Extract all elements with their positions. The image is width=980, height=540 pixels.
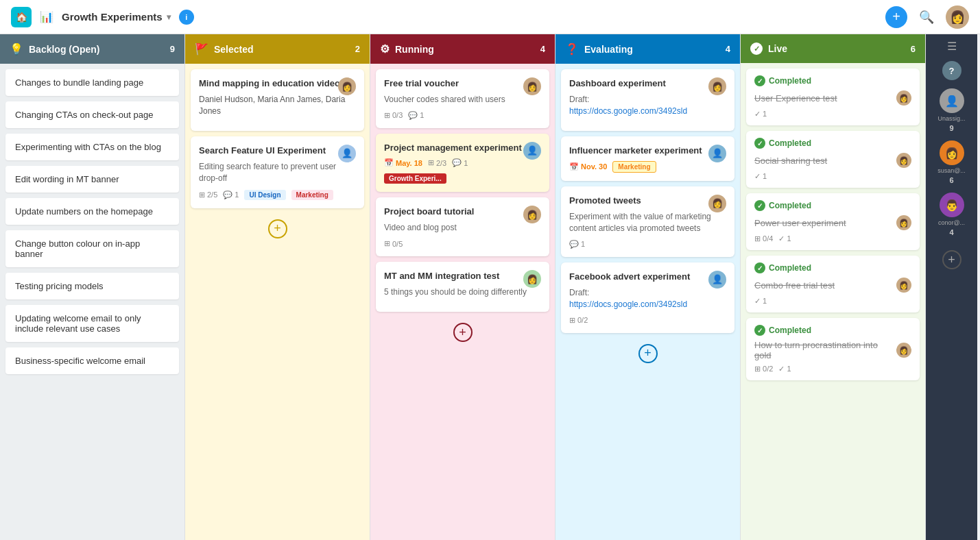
user-name: conor@... [938,219,965,226]
nav-bar-icon: 📊 [40,10,53,23]
live-body: ✓ Completed User Experience test 👩 ✓ 1 ✓… [741,63,925,540]
unassigned-avatar: 👤 [940,88,964,113]
task-count: ⊞ 0/5 [384,239,403,248]
status-badge: ✓ Completed [754,138,911,149]
completed-icon: ✓ [754,262,765,273]
card-influencer[interactable]: 👤 Influencer marketer experiment 📅 Nov. … [561,136,734,181]
list-item[interactable]: Changing CTAs on check-out page [5,101,179,128]
card-combo-free-trial[interactable]: ✓ Completed Combo free trial test 👩 ✓ 1 [746,256,920,312]
comment-count: 💬 1 [223,191,239,199]
running-icon: ⚙ [380,42,390,56]
column-selected-header: 🚩 Selected 2 [185,34,370,64]
avatar: 👩 [523,77,541,95]
card-project-mgmt[interactable]: 👤 Project management experiment 📅 May. 1… [376,134,549,192]
list-item[interactable]: Update numbers on the homepage [5,198,179,225]
card-meta: ⊞ 0/2 ✓ 1 [754,365,911,373]
card-procrastination[interactable]: ✓ Completed How to turn procrastination … [746,318,920,380]
card-power-user[interactable]: ✓ Completed Power user experiment 👩 ⊞ 0/… [746,193,920,250]
column-evaluating-header: ❓ Evaluating 4 [555,34,740,64]
card-title: Project board tutorial [384,206,541,218]
add-card-button[interactable]: + [638,344,658,363]
susan-avatar: 👩 [940,140,964,165]
avatar: 👩 [523,270,541,288]
add-card-button[interactable]: + [268,219,287,238]
comment-count: 💬 1 [569,240,585,249]
due-date: 📅 May. 18 [384,158,422,167]
card-meta: ⊞ 0/3 💬 1 [384,111,541,120]
avatar: 👩 [896,215,911,230]
list-item[interactable]: Testing pricing models [5,273,179,299]
card-subtitle: Draft: https://docs.google.com/3492sld [569,94,726,117]
user-filter-susan[interactable]: 👩 susan@... 6 [929,140,975,184]
card-title: Free trial voucher [384,77,541,90]
card-mind-mapping[interactable]: 👩 Mind mapping in education video Daniel… [191,69,364,131]
avatar: 👩 [896,278,911,293]
user-name: susan@... [937,167,966,174]
card-free-trial-voucher[interactable]: 👩 Free trial voucher Voucher codes share… [376,69,549,128]
panel-menu-icon[interactable]: ☰ [947,40,957,53]
list-item[interactable]: Business-specific welcome email [5,347,179,374]
backlog-title: Backlog (Open) [29,44,99,55]
avatar: 👩 [896,153,911,168]
card-link[interactable]: https://docs.google.com/3492sld [569,106,726,117]
avatar: 👤 [523,142,541,160]
user-filter-conor[interactable]: 👨 conor@... 4 [929,193,975,236]
card-mt-mm[interactable]: 👩 MT and MM integration test 5 things yo… [376,262,549,312]
card-project-board[interactable]: 👩 Project board tutorial Video and blog … [376,197,549,256]
card-social-sharing[interactable]: ✓ Completed Social sharing test 👩 ✓ 1 [746,131,920,188]
add-button[interactable]: + [885,6,907,28]
avatar: 👩 [708,195,726,212]
list-item[interactable]: Updating welcome email to only include r… [5,305,179,342]
status-badge: ✓ Completed [754,75,911,86]
user-count: 6 [949,176,953,184]
user-count: 4 [949,228,953,236]
column-backlog: 💡 Backlog (Open) 9 Changes to bundle lan… [0,34,185,540]
info-icon[interactable]: i [179,10,194,25]
list-item[interactable]: Experimenting with CTAs on the blog [5,134,179,160]
column-running: ⚙ Running 4 👩 Free trial voucher Voucher… [370,34,555,540]
card-promoted-tweets[interactable]: 👩 Promoted tweets Experiment with the va… [561,186,734,257]
list-item[interactable]: Edit wording in MT banner [5,166,179,193]
card-facebook-advert[interactable]: 👤 Facebook advert experiment Draft: http… [561,262,734,333]
card-meta: 📅 May. 18 ⊞ 2/3 💬 1 [384,158,541,167]
add-user-button[interactable]: + [942,250,961,269]
card-meta: ✓ 1 [754,172,911,181]
card-title: Power user experiment [754,218,846,228]
card-subtitle: Experiment with the value of marketing c… [569,211,726,234]
card-subtitle: Draft: https://docs.google.com/3492sld [569,287,726,310]
avatar: 👩 [896,90,911,106]
user-count: 9 [949,124,953,132]
card-title: User Experience test [754,93,837,103]
card-meta: ✓ 1 [754,297,911,306]
card-search-feature[interactable]: 👤 Search Feature UI Experiment Editing s… [191,136,364,208]
project-title[interactable]: Growth Experiments ▾ [62,11,171,23]
right-panel: ☰ ? 👤 Unassig... 9 👩 susan@... 6 👨 conor… [926,34,977,540]
card-ux-test[interactable]: ✓ Completed User Experience test 👩 ✓ 1 [746,69,920,125]
add-card-button[interactable]: + [453,323,473,342]
card-dashboard[interactable]: 👩 Dashboard experiment Draft: https://do… [561,69,734,131]
evaluating-body: 👩 Dashboard experiment Draft: https://do… [555,64,740,540]
live-count: 6 [911,44,916,54]
completed-icon: ✓ [754,138,765,149]
card-subtitle: 5 things you should be doing differently [384,286,541,298]
running-count: 4 [540,44,545,54]
task-count: ⊞ 0/3 [384,111,403,120]
search-button[interactable]: 🔍 [916,6,937,28]
evaluating-title: Evaluating [584,44,633,55]
user-filter-unassigned[interactable]: 👤 Unassig... 9 [929,88,975,132]
card-subtitle: Voucher codes shared with users [384,94,541,106]
user-avatar[interactable]: 👩 [946,5,969,29]
home-icon[interactable]: 🏠 [11,7,32,27]
card-link[interactable]: https://docs.google.com/3492sld [569,299,726,310]
avatar: 👩 [338,77,356,95]
list-item[interactable]: Changes to bundle landing page [5,69,179,96]
selected-icon: 🚩 [195,42,208,56]
due-date: 📅 Nov. 30 [569,162,607,171]
live-check-icon: ✓ [750,42,763,55]
running-title: Running [395,44,434,55]
list-item[interactable]: Change button colour on in-app banner [5,230,179,267]
card-title: Combo free trial test [754,280,835,291]
question-icon[interactable]: ? [942,61,961,80]
tag-marketing: Marketing [612,161,656,173]
selected-count: 2 [355,44,360,54]
